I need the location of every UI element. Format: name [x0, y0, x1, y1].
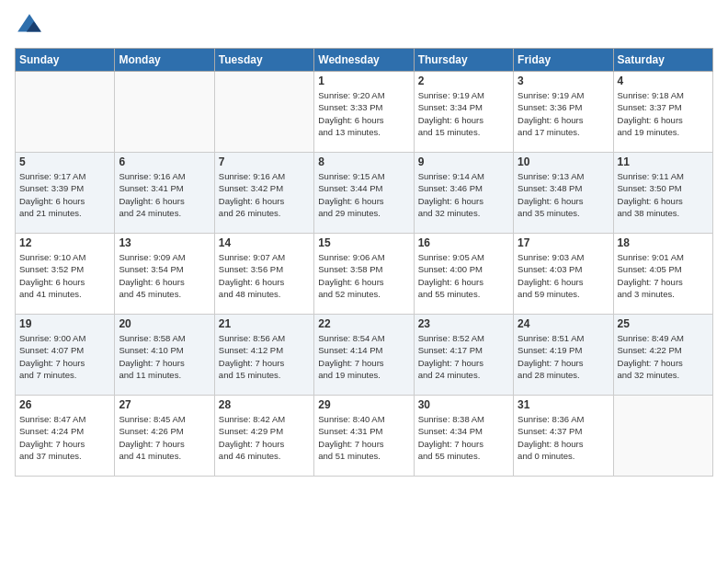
calendar-cell: 11Sunrise: 9:11 AM Sunset: 3:50 PM Dayli…: [613, 153, 712, 234]
page: Sunday Monday Tuesday Wednesday Thursday…: [0, 0, 728, 563]
day-info: Sunrise: 9:03 AM Sunset: 4:03 PM Dayligh…: [518, 251, 609, 300]
calendar-week-5: 26Sunrise: 8:47 AM Sunset: 4:24 PM Dayli…: [16, 396, 713, 477]
day-number: 13: [119, 236, 210, 249]
day-info: Sunrise: 9:16 AM Sunset: 3:42 PM Dayligh…: [219, 170, 310, 219]
calendar-cell: 4Sunrise: 9:18 AM Sunset: 3:37 PM Daylig…: [613, 72, 712, 153]
day-number: 4: [618, 75, 709, 87]
day-info: Sunrise: 8:45 AM Sunset: 4:26 PM Dayligh…: [119, 413, 210, 462]
day-info: Sunrise: 8:54 AM Sunset: 4:14 PM Dayligh…: [318, 332, 409, 381]
calendar-cell: 27Sunrise: 8:45 AM Sunset: 4:26 PM Dayli…: [115, 396, 214, 477]
calendar-cell: 30Sunrise: 8:38 AM Sunset: 4:34 PM Dayli…: [414, 396, 513, 477]
calendar-cell: 22Sunrise: 8:54 AM Sunset: 4:14 PM Dayli…: [314, 315, 414, 396]
calendar-header: Sunday Monday Tuesday Wednesday Thursday…: [16, 49, 713, 72]
calendar-cell: 14Sunrise: 9:07 AM Sunset: 3:56 PM Dayli…: [214, 234, 313, 315]
calendar-cell: 28Sunrise: 8:42 AM Sunset: 4:29 PM Dayli…: [214, 396, 313, 477]
day-info: Sunrise: 8:40 AM Sunset: 4:31 PM Dayligh…: [318, 413, 409, 462]
calendar-week-3: 12Sunrise: 9:10 AM Sunset: 3:52 PM Dayli…: [16, 234, 713, 315]
calendar-cell: 2Sunrise: 9:19 AM Sunset: 3:34 PM Daylig…: [414, 72, 513, 153]
col-monday: Monday: [115, 49, 214, 72]
day-number: 1: [318, 75, 409, 87]
day-info: Sunrise: 9:00 AM Sunset: 4:07 PM Dayligh…: [19, 332, 110, 381]
logo: [15, 11, 48, 40]
day-number: 21: [219, 317, 310, 330]
day-number: 16: [418, 236, 509, 249]
day-number: 31: [518, 398, 609, 411]
day-info: Sunrise: 9:01 AM Sunset: 4:05 PM Dayligh…: [618, 251, 709, 300]
day-number: 11: [618, 155, 709, 168]
day-info: Sunrise: 8:58 AM Sunset: 4:10 PM Dayligh…: [119, 332, 210, 381]
day-info: Sunrise: 9:17 AM Sunset: 3:39 PM Dayligh…: [19, 170, 110, 219]
calendar-cell: 12Sunrise: 9:10 AM Sunset: 3:52 PM Dayli…: [16, 234, 115, 315]
day-number: 20: [119, 317, 210, 330]
calendar-cell: 29Sunrise: 8:40 AM Sunset: 4:31 PM Dayli…: [314, 396, 414, 477]
day-info: Sunrise: 8:38 AM Sunset: 4:34 PM Dayligh…: [418, 413, 509, 462]
calendar-cell: 18Sunrise: 9:01 AM Sunset: 4:05 PM Dayli…: [613, 234, 712, 315]
day-number: 18: [618, 236, 709, 249]
calendar-cell: [16, 72, 115, 153]
day-info: Sunrise: 9:19 AM Sunset: 3:36 PM Dayligh…: [518, 89, 609, 138]
day-info: Sunrise: 8:42 AM Sunset: 4:29 PM Dayligh…: [219, 413, 310, 462]
day-info: Sunrise: 9:05 AM Sunset: 4:00 PM Dayligh…: [418, 251, 509, 300]
day-number: 17: [518, 236, 609, 249]
calendar-cell: 23Sunrise: 8:52 AM Sunset: 4:17 PM Dayli…: [414, 315, 513, 396]
day-number: 15: [318, 236, 409, 249]
day-number: 3: [518, 75, 609, 87]
col-tuesday: Tuesday: [214, 49, 313, 72]
col-wednesday: Wednesday: [314, 49, 414, 72]
day-number: 10: [518, 155, 609, 168]
calendar-cell: 9Sunrise: 9:14 AM Sunset: 3:46 PM Daylig…: [414, 153, 513, 234]
day-number: 19: [19, 317, 110, 330]
calendar-cell: 21Sunrise: 8:56 AM Sunset: 4:12 PM Dayli…: [214, 315, 313, 396]
day-info: Sunrise: 8:47 AM Sunset: 4:24 PM Dayligh…: [19, 413, 110, 462]
day-number: 9: [418, 155, 509, 168]
calendar-cell: [214, 72, 313, 153]
calendar-cell: [115, 72, 214, 153]
logo-icon: [15, 11, 44, 40]
day-info: Sunrise: 9:06 AM Sunset: 3:58 PM Dayligh…: [318, 251, 409, 300]
day-number: 25: [618, 317, 709, 330]
col-friday: Friday: [514, 49, 613, 72]
day-info: Sunrise: 9:13 AM Sunset: 3:48 PM Dayligh…: [518, 170, 609, 219]
day-number: 8: [318, 155, 409, 168]
calendar-week-4: 19Sunrise: 9:00 AM Sunset: 4:07 PM Dayli…: [16, 315, 713, 396]
day-number: 27: [119, 398, 210, 411]
calendar-cell: 20Sunrise: 8:58 AM Sunset: 4:10 PM Dayli…: [115, 315, 214, 396]
calendar-cell: 8Sunrise: 9:15 AM Sunset: 3:44 PM Daylig…: [314, 153, 414, 234]
day-number: 6: [119, 155, 210, 168]
calendar-cell: 15Sunrise: 9:06 AM Sunset: 3:58 PM Dayli…: [314, 234, 414, 315]
calendar-cell: 1Sunrise: 9:20 AM Sunset: 3:33 PM Daylig…: [314, 72, 414, 153]
calendar-body: 1Sunrise: 9:20 AM Sunset: 3:33 PM Daylig…: [16, 72, 713, 477]
day-number: 26: [19, 398, 110, 411]
day-info: Sunrise: 9:19 AM Sunset: 3:34 PM Dayligh…: [418, 89, 509, 138]
day-number: 28: [219, 398, 310, 411]
calendar-cell: 3Sunrise: 9:19 AM Sunset: 3:36 PM Daylig…: [514, 72, 613, 153]
calendar-week-2: 5Sunrise: 9:17 AM Sunset: 3:39 PM Daylig…: [16, 153, 713, 234]
day-number: 5: [19, 155, 110, 168]
calendar-week-1: 1Sunrise: 9:20 AM Sunset: 3:33 PM Daylig…: [16, 72, 713, 153]
calendar-cell: 17Sunrise: 9:03 AM Sunset: 4:03 PM Dayli…: [514, 234, 613, 315]
calendar-cell: 19Sunrise: 9:00 AM Sunset: 4:07 PM Dayli…: [16, 315, 115, 396]
calendar-table: Sunday Monday Tuesday Wednesday Thursday…: [15, 48, 713, 477]
calendar-cell: 10Sunrise: 9:13 AM Sunset: 3:48 PM Dayli…: [514, 153, 613, 234]
day-info: Sunrise: 9:20 AM Sunset: 3:33 PM Dayligh…: [318, 89, 409, 138]
calendar-cell: 13Sunrise: 9:09 AM Sunset: 3:54 PM Dayli…: [115, 234, 214, 315]
day-info: Sunrise: 9:09 AM Sunset: 3:54 PM Dayligh…: [119, 251, 210, 300]
day-number: 24: [518, 317, 609, 330]
calendar-cell: 24Sunrise: 8:51 AM Sunset: 4:19 PM Dayli…: [514, 315, 613, 396]
day-info: Sunrise: 9:07 AM Sunset: 3:56 PM Dayligh…: [219, 251, 310, 300]
calendar-cell: 5Sunrise: 9:17 AM Sunset: 3:39 PM Daylig…: [16, 153, 115, 234]
calendar-cell: 26Sunrise: 8:47 AM Sunset: 4:24 PM Dayli…: [16, 396, 115, 477]
day-number: 12: [19, 236, 110, 249]
day-info: Sunrise: 8:52 AM Sunset: 4:17 PM Dayligh…: [418, 332, 509, 381]
day-info: Sunrise: 8:56 AM Sunset: 4:12 PM Dayligh…: [219, 332, 310, 381]
calendar-cell: [613, 396, 712, 477]
calendar-cell: 7Sunrise: 9:16 AM Sunset: 3:42 PM Daylig…: [214, 153, 313, 234]
col-thursday: Thursday: [414, 49, 513, 72]
day-number: 2: [418, 75, 509, 87]
day-info: Sunrise: 9:11 AM Sunset: 3:50 PM Dayligh…: [618, 170, 709, 219]
day-number: 7: [219, 155, 310, 168]
col-sunday: Sunday: [16, 49, 115, 72]
day-info: Sunrise: 9:10 AM Sunset: 3:52 PM Dayligh…: [19, 251, 110, 300]
header-row: Sunday Monday Tuesday Wednesday Thursday…: [16, 49, 713, 72]
calendar-cell: 31Sunrise: 8:36 AM Sunset: 4:37 PM Dayli…: [514, 396, 613, 477]
